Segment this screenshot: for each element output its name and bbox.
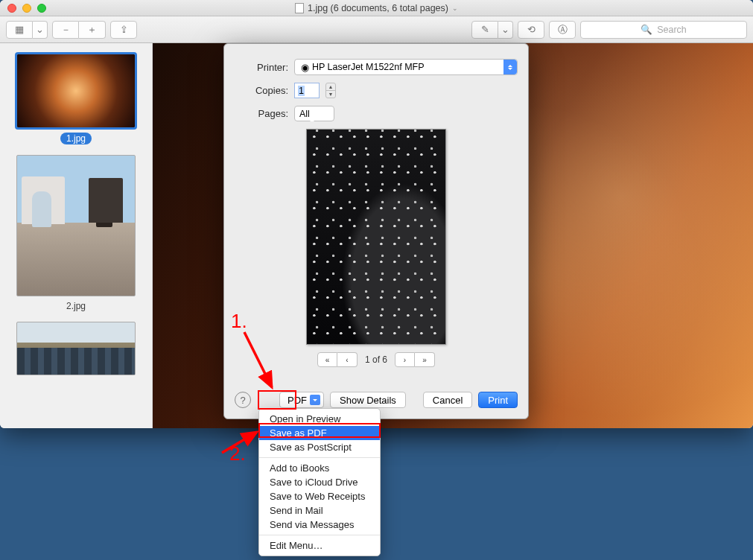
share-icon: ⇪ bbox=[120, 24, 128, 35]
toolbar: ▦ ⌄ － ＋ ⇪ ✎ ⌄ ⟲ Ⓐ 🔍 Search bbox=[0, 16, 753, 43]
copies-input[interactable]: 1 bbox=[294, 83, 320, 98]
document-icon bbox=[295, 3, 304, 13]
printer-value: HP LaserJet M1522nf MFP bbox=[312, 62, 425, 72]
zoom-out-icon: － bbox=[61, 23, 71, 36]
markup-menu-button[interactable]: ⌄ bbox=[498, 21, 513, 39]
menu-edit-menu[interactable]: Edit Menu… bbox=[259, 538, 380, 553]
chevron-down-icon[interactable]: ⌄ bbox=[452, 4, 458, 12]
annotation-label-1: 1. bbox=[231, 310, 247, 333]
thumbnail-image bbox=[16, 54, 136, 128]
search-icon: 🔍 bbox=[641, 24, 652, 35]
titlebar: 1.jpg (6 documents, 6 total pages) ⌄ bbox=[0, 0, 753, 16]
show-details-button[interactable]: Show Details bbox=[330, 392, 406, 408]
printer-select[interactable]: ◉ HP LaserJet M1522nf MFP bbox=[294, 59, 518, 75]
print-button[interactable]: Print bbox=[478, 392, 518, 408]
thumbnail-3[interactable] bbox=[16, 322, 136, 375]
edit-button[interactable]: Ⓐ bbox=[549, 21, 576, 39]
pages-select[interactable]: All bbox=[294, 106, 334, 121]
cancel-button[interactable]: Cancel bbox=[423, 392, 472, 408]
thumbnail-2[interactable]: 2.jpg bbox=[16, 155, 136, 311]
zoom-out-button[interactable]: － bbox=[52, 21, 79, 39]
svg-line-0 bbox=[244, 332, 272, 387]
prev-page-button[interactable]: ‹ bbox=[337, 352, 358, 367]
menu-separator bbox=[259, 457, 380, 458]
menu-save-to-web-receipts[interactable]: Save to Web Receipts bbox=[259, 489, 380, 503]
print-preview: « ‹ 1 of 6 › » bbox=[306, 129, 446, 367]
search-field[interactable]: 🔍 Search bbox=[580, 21, 747, 39]
share-button[interactable]: ⇪ bbox=[110, 21, 137, 39]
annotation-box-2 bbox=[258, 423, 381, 438]
menu-separator bbox=[259, 535, 380, 535]
menu-save-as-postscript[interactable]: Save as PostScript bbox=[259, 440, 380, 454]
next-page-button[interactable]: › bbox=[395, 352, 415, 367]
copies-label: Copies: bbox=[235, 85, 288, 96]
updown-icon bbox=[310, 109, 320, 119]
sidebar-view-button[interactable]: ▦ bbox=[6, 21, 33, 39]
thumbnail-label: 2.jpg bbox=[16, 301, 136, 311]
window-controls bbox=[0, 4, 46, 13]
pages-label: Pages: bbox=[235, 108, 288, 119]
updown-icon bbox=[503, 60, 517, 74]
marker-icon: Ⓐ bbox=[558, 23, 568, 36]
close-window-button[interactable] bbox=[7, 4, 16, 13]
printer-label: Printer: bbox=[235, 62, 288, 73]
search-placeholder: Search bbox=[657, 25, 687, 35]
thumbnails-sidebar[interactable]: 1.jpg 2.jpg bbox=[0, 43, 153, 428]
menu-send-via-messages[interactable]: Send via Messages bbox=[259, 518, 380, 532]
zoom-in-button[interactable]: ＋ bbox=[79, 21, 106, 39]
pencil-icon: ✎ bbox=[481, 24, 489, 35]
thumbnail-image bbox=[16, 322, 136, 375]
page-indicator: 1 of 6 bbox=[365, 354, 387, 365]
menu-add-to-ibooks[interactable]: Add to iBooks bbox=[259, 461, 380, 475]
rotate-icon: ⟲ bbox=[527, 24, 536, 35]
zoom-in-icon: ＋ bbox=[87, 23, 97, 36]
minimize-window-button[interactable] bbox=[22, 4, 31, 13]
zoom-window-button[interactable] bbox=[37, 4, 46, 13]
first-page-button[interactable]: « bbox=[317, 352, 337, 367]
markup-button[interactable]: ✎ bbox=[471, 21, 498, 39]
annotation-arrow-1 bbox=[231, 326, 290, 401]
menu-save-to-icloud[interactable]: Save to iCloud Drive bbox=[259, 475, 380, 489]
window-title: 1.jpg (6 documents, 6 total pages) bbox=[308, 3, 448, 13]
rotate-button[interactable]: ⟲ bbox=[518, 21, 544, 39]
thumbnail-image bbox=[16, 155, 136, 296]
last-page-button[interactable]: » bbox=[415, 352, 435, 367]
annotation-label-2: 2. bbox=[229, 442, 246, 465]
thumbnail-label: 1.jpg bbox=[60, 133, 92, 144]
copies-stepper[interactable]: ▲▼ bbox=[325, 83, 336, 98]
sidebar-view-menu-button[interactable]: ⌄ bbox=[33, 21, 48, 39]
chevron-down-icon bbox=[310, 395, 320, 405]
printer-status-icon: ◉ bbox=[301, 62, 309, 73]
preview-page bbox=[306, 129, 446, 345]
menu-send-in-mail[interactable]: Send in Mail bbox=[259, 503, 380, 518]
thumbnail-1[interactable]: 1.jpg bbox=[16, 54, 136, 144]
